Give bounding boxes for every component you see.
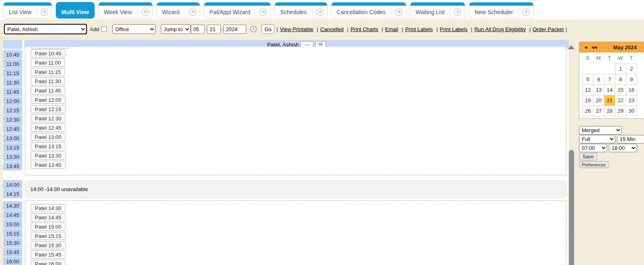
tab[interactable]: Multi View bbox=[56, 2, 95, 19]
appointment-button[interactable]: Patel 13:30 bbox=[31, 151, 65, 160]
appointment-button[interactable]: Patel 12:00 bbox=[31, 96, 65, 104]
interval-select[interactable]: 15 Min bbox=[617, 135, 644, 143]
popout-icon[interactable] bbox=[256, 8, 270, 16]
clock-icon[interactable] bbox=[250, 25, 257, 33]
tab-label: Waiting List bbox=[410, 9, 450, 15]
time-cell: 15:15 bbox=[3, 229, 22, 238]
appointment-button[interactable]: Patel 15:30 bbox=[31, 241, 65, 249]
prev-year-icon[interactable]: ◄◄ bbox=[591, 45, 596, 50]
appointment-button[interactable]: Patel 11:15 bbox=[31, 68, 65, 76]
calendar-day[interactable] bbox=[593, 63, 604, 74]
popout-icon[interactable] bbox=[138, 8, 152, 16]
start-time-select[interactable]: 07:00 bbox=[579, 144, 607, 152]
toolbar-link[interactable]: Print Labels bbox=[405, 26, 433, 32]
calendar-day[interactable]: 19 bbox=[582, 95, 593, 106]
toolbar-link[interactable]: Cancelled bbox=[320, 26, 344, 32]
toolbar-link[interactable]: View Printable bbox=[280, 26, 313, 32]
date-month-input[interactable] bbox=[191, 25, 205, 34]
appointment-button[interactable]: Patel 13:15 bbox=[31, 142, 65, 150]
calendar-day[interactable]: 9 bbox=[626, 74, 637, 85]
toolbar-link[interactable]: Run All Drug Eligibility bbox=[474, 26, 526, 32]
calendar-day[interactable]: 6 bbox=[593, 74, 604, 85]
toolbar-link[interactable]: Print Charts bbox=[351, 26, 378, 32]
end-time-select[interactable]: 18:00 bbox=[609, 144, 637, 152]
calendar-day[interactable] bbox=[604, 63, 615, 74]
popout-icon[interactable] bbox=[450, 8, 465, 16]
calendar-day[interactable]: 5 bbox=[582, 74, 593, 85]
calendar-day[interactable]: 20 bbox=[593, 95, 604, 106]
add-checkbox[interactable] bbox=[101, 26, 107, 32]
appointment-button[interactable]: Patel 12:30 bbox=[31, 114, 65, 122]
jump-to-select[interactable]: Jump to bbox=[161, 24, 191, 34]
calendar-day[interactable]: 15 bbox=[615, 84, 626, 95]
tab[interactable]: Wizard bbox=[156, 2, 201, 19]
calendar-day[interactable]: 30 bbox=[626, 105, 637, 116]
calendar-day[interactable]: 1 bbox=[615, 63, 626, 74]
appointment-button[interactable]: Patel 11:45 bbox=[31, 86, 65, 95]
go-button[interactable]: Go bbox=[262, 24, 274, 34]
appointment-button-clipped[interactable] bbox=[31, 47, 69, 48]
tab[interactable]: Waiting List bbox=[410, 2, 465, 19]
link-separator: | bbox=[402, 26, 403, 32]
popout-icon[interactable] bbox=[37, 8, 52, 16]
tab-accent-strip bbox=[4, 2, 52, 6]
appointment-button[interactable]: Patel 10:45 bbox=[31, 49, 65, 57]
calendar-day[interactable]: 22 bbox=[615, 95, 626, 106]
save-button[interactable]: Save bbox=[579, 153, 597, 160]
provider-select[interactable]: Patel, Ashish bbox=[4, 24, 87, 34]
tab[interactable]: Week View bbox=[98, 2, 153, 19]
popout-icon[interactable] bbox=[185, 8, 200, 16]
toolbar-link[interactable]: Print Labels bbox=[440, 26, 468, 32]
toolbar-link[interactable]: Order Packet bbox=[533, 26, 564, 32]
calendar-day[interactable]: 14 bbox=[604, 84, 615, 95]
toolbar-link-item: |Print Labels bbox=[434, 26, 467, 32]
appointment-button[interactable]: Patel 14:45 bbox=[31, 213, 65, 221]
tab-body: New Scheduler bbox=[469, 6, 533, 18]
calendar-day[interactable] bbox=[582, 63, 593, 74]
calendar-day[interactable]: 28 bbox=[604, 105, 615, 116]
location-select[interactable]: Office bbox=[112, 24, 156, 34]
appointment-button[interactable]: Patel 16:00 bbox=[31, 260, 65, 265]
date-year-input[interactable] bbox=[224, 25, 246, 34]
appointment-button[interactable]: Patel 15:15 bbox=[31, 232, 65, 240]
appointment-button[interactable]: Patel 14:30 bbox=[31, 204, 65, 212]
calendar-day[interactable]: 29 bbox=[615, 105, 626, 116]
appointment-button[interactable]: Patel 13:00 bbox=[31, 133, 65, 141]
calendar-day[interactable]: 16 bbox=[626, 84, 637, 95]
size-mode-select[interactable]: Full bbox=[579, 135, 615, 143]
date-separator: - bbox=[205, 26, 207, 32]
popout-icon[interactable] bbox=[391, 8, 406, 16]
appointment-button[interactable]: Patel 11:00 bbox=[31, 59, 65, 67]
tab[interactable]: List View bbox=[3, 2, 52, 19]
appointment-button[interactable]: Patel 13:45 bbox=[31, 161, 65, 169]
appointment-button[interactable]: Patel 12:15 bbox=[31, 105, 65, 113]
tab[interactable]: New Scheduler bbox=[469, 2, 534, 19]
date-day-input[interactable] bbox=[207, 25, 221, 34]
calendar-day[interactable]: 13 bbox=[593, 84, 604, 95]
view-mode-select[interactable]: Merged bbox=[579, 126, 622, 135]
appointment-button[interactable]: Patel 11:30 bbox=[31, 77, 65, 85]
calendar-day[interactable]: 23 bbox=[626, 95, 637, 106]
calendar-day[interactable]: 21 bbox=[604, 95, 615, 106]
calendar-day[interactable]: 2 bbox=[626, 63, 637, 74]
appointment-button[interactable]: Patel 12:45 bbox=[31, 124, 65, 132]
tab-accent-strip bbox=[410, 2, 465, 6]
tab-label: Schedules bbox=[275, 9, 312, 15]
calendar-day[interactable]: 12 bbox=[582, 84, 593, 95]
popout-icon[interactable] bbox=[312, 8, 327, 16]
tab[interactable]: Pat/Appt Wizard bbox=[204, 2, 271, 19]
scroll-up-arrow-icon[interactable] bbox=[568, 45, 574, 49]
tab[interactable]: Schedules bbox=[274, 2, 327, 19]
appointment-button[interactable]: Patel 15:45 bbox=[31, 250, 65, 259]
calendar-day[interactable]: 27 bbox=[593, 105, 604, 116]
tab[interactable]: Cancellation Codes bbox=[331, 2, 406, 19]
calendar-day[interactable]: 8 bbox=[615, 74, 626, 85]
popout-icon[interactable] bbox=[519, 8, 533, 16]
toolbar-link[interactable]: Email bbox=[385, 26, 399, 32]
scrollbar-thumb[interactable] bbox=[569, 150, 574, 265]
calendar-day[interactable]: 26 bbox=[582, 105, 593, 116]
prev-month-icon[interactable]: ◄ bbox=[583, 45, 588, 50]
preferences-button[interactable]: Preferences bbox=[579, 161, 608, 168]
appointment-button[interactable]: Patel 15:00 bbox=[31, 223, 65, 231]
calendar-day[interactable]: 7 bbox=[604, 74, 615, 85]
